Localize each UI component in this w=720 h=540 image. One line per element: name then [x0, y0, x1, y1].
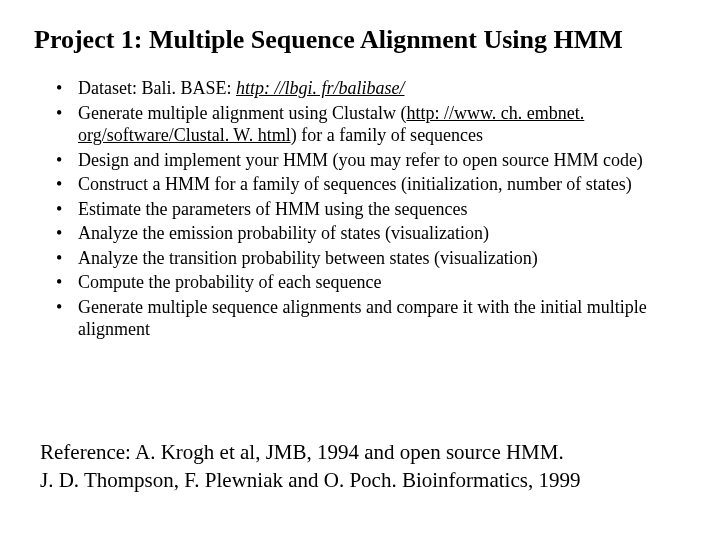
bullet-text: Design and implement your HMM (you may r… — [78, 150, 643, 170]
list-item: Generate multiple alignment using Clusta… — [56, 102, 686, 147]
list-item: Design and implement your HMM (you may r… — [56, 149, 686, 172]
reference-block: Reference: A. Krogh et al, JMB, 1994 and… — [40, 439, 680, 494]
bullet-text: Analyze the emission probability of stat… — [78, 223, 489, 243]
slide: Project 1: Multiple Sequence Alignment U… — [0, 0, 720, 540]
bullet-text: Compute the probability of each sequence — [78, 272, 381, 292]
list-item: Analyze the emission probability of stat… — [56, 222, 686, 245]
bullet-text: Estimate the parameters of HMM using the… — [78, 199, 467, 219]
bullet-list: Dataset: Bali. BASE: http: //lbgi. fr/ba… — [34, 77, 686, 341]
list-item: Analyze the transition probability betwe… — [56, 247, 686, 270]
reference-line: J. D. Thompson, F. Plewniak and O. Poch.… — [40, 467, 680, 494]
list-item: Compute the probability of each sequence — [56, 271, 686, 294]
bullet-text: Generate multiple alignment using Clusta… — [78, 103, 406, 123]
list-item: Construct a HMM for a family of sequence… — [56, 173, 686, 196]
reference-line: Reference: A. Krogh et al, JMB, 1994 and… — [40, 439, 680, 466]
bullet-text: Analyze the transition probability betwe… — [78, 248, 538, 268]
page-title: Project 1: Multiple Sequence Alignment U… — [34, 24, 686, 55]
bullet-text: Construct a HMM for a family of sequence… — [78, 174, 632, 194]
list-item: Estimate the parameters of HMM using the… — [56, 198, 686, 221]
bullet-text: Generate multiple sequence alignments an… — [78, 297, 647, 340]
dataset-link[interactable]: http: //lbgi. fr/balibase/ — [236, 78, 405, 98]
bullet-text: ) for a family of sequences — [291, 125, 483, 145]
bullet-text: Dataset: Bali. BASE: — [78, 78, 236, 98]
list-item: Generate multiple sequence alignments an… — [56, 296, 686, 341]
list-item: Dataset: Bali. BASE: http: //lbgi. fr/ba… — [56, 77, 686, 100]
